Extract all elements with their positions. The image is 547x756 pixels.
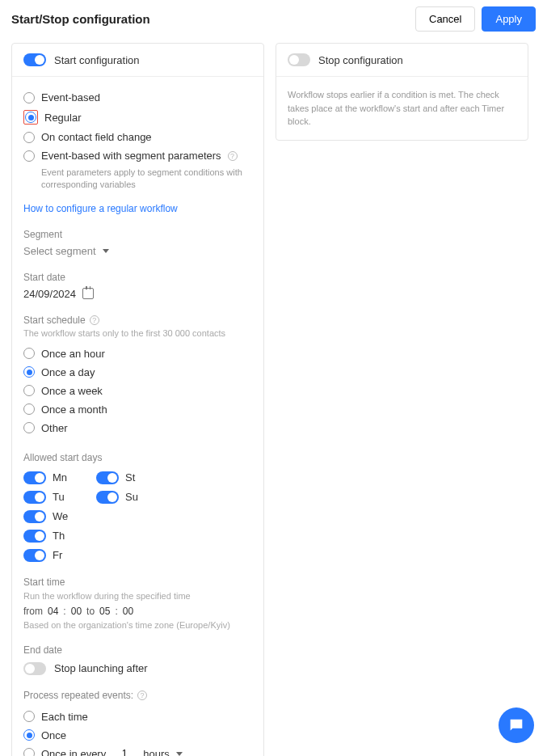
start-time-label: Start time <box>23 577 252 588</box>
radio-once[interactable] <box>23 729 35 741</box>
toggle-mn[interactable] <box>23 471 46 484</box>
repeated-label: Process repeated events: <box>23 690 133 701</box>
start-date-label: Start date <box>23 272 252 283</box>
day-we: We <box>53 510 68 522</box>
day-fr: Fr <box>53 549 62 561</box>
day-st: St <box>125 471 135 484</box>
page-title: Start/Stop configuration <box>11 12 150 26</box>
select-segment-text: Select segment <box>23 245 96 257</box>
toggle-fr[interactable] <box>23 549 46 562</box>
chevron-down-icon[interactable] <box>176 752 183 756</box>
highlight-regular <box>23 110 38 125</box>
day-th: Th <box>53 530 65 542</box>
chat-icon <box>507 716 525 734</box>
select-segment-dropdown[interactable]: Select segment <box>23 245 252 257</box>
day-su: Su <box>125 491 138 503</box>
toggle-th[interactable] <box>23 530 46 543</box>
start-time-hint: Run the workflow during the specified ti… <box>23 591 252 601</box>
radio-once-hour[interactable] <box>23 348 35 359</box>
label-once-month: Once a month <box>41 403 107 416</box>
start-date-value: 24/09/2024 <box>23 288 76 300</box>
day-mn: Mn <box>53 471 67 484</box>
segment-params-desc: Event parameters apply to segment condit… <box>41 167 252 192</box>
stop-config-panel: Stop configuration Workflow stops earlie… <box>276 43 528 141</box>
segment-label: Segment <box>23 229 252 240</box>
tz-note: Based on the organization's time zone (E… <box>23 620 252 630</box>
label-once-day: Once a day <box>41 366 95 378</box>
toggle-su[interactable] <box>96 491 119 504</box>
label-other: Other <box>41 422 68 434</box>
radio-event-based[interactable] <box>23 92 35 103</box>
help-icon[interactable]: ? <box>228 151 238 161</box>
time-from-h[interactable]: 04 <box>48 606 58 617</box>
label-event-based: Event-based <box>41 91 100 103</box>
label-once: Once <box>41 729 66 741</box>
day-tu: Tu <box>53 491 65 503</box>
radio-contact-change[interactable] <box>23 132 35 143</box>
radio-once-day[interactable] <box>23 366 35 378</box>
time-to-h[interactable]: 05 <box>99 606 110 617</box>
schedule-label: Start schedule <box>23 315 86 326</box>
start-config-panel: Start configuration Event-based Regular … <box>11 43 264 756</box>
radio-once-month[interactable] <box>23 403 35 415</box>
start-config-toggle[interactable] <box>23 53 46 66</box>
chat-fab[interactable] <box>499 707 534 743</box>
time-to-label: to <box>86 606 95 617</box>
stop-config-title: Stop configuration <box>318 54 403 66</box>
time-to-m[interactable]: 00 <box>123 606 133 617</box>
toggle-we[interactable] <box>23 510 46 523</box>
help-icon[interactable]: ? <box>90 315 99 325</box>
time-from-m[interactable]: 00 <box>71 606 82 617</box>
chevron-down-icon <box>103 249 109 253</box>
toggle-stop-launching[interactable] <box>23 662 46 675</box>
label-regular: Regular <box>44 112 82 124</box>
label-once-hour: Once an hour <box>41 348 105 360</box>
radio-other[interactable] <box>23 422 35 433</box>
radio-once-every[interactable] <box>23 748 35 756</box>
apply-button[interactable]: Apply <box>482 6 536 32</box>
calendar-icon[interactable] <box>82 288 94 299</box>
radio-regular[interactable] <box>25 112 36 123</box>
toggle-st[interactable] <box>96 471 119 484</box>
time-from-label: from <box>23 606 43 617</box>
label-once-every: Once in every <box>41 748 106 756</box>
stop-config-desc: Workflow stops earlier if a condition is… <box>276 77 528 140</box>
help-link[interactable]: How to configure a regular workflow <box>23 203 178 214</box>
start-config-title: Start configuration <box>54 54 140 66</box>
label-once-week: Once a week <box>41 385 103 397</box>
cancel-button[interactable]: Cancel <box>415 6 475 32</box>
label-contact-change: On contact field change <box>41 131 152 143</box>
schedule-hint: The workflow starts only to the first 30… <box>23 328 252 338</box>
radio-once-week[interactable] <box>23 385 35 396</box>
radio-segment-params[interactable] <box>23 150 35 162</box>
allowed-days-label: Allowed start days <box>23 452 252 463</box>
label-each-time: Each time <box>41 711 88 723</box>
toggle-tu[interactable] <box>23 491 46 504</box>
stop-config-toggle[interactable] <box>288 53 310 66</box>
once-every-value[interactable] <box>112 748 137 756</box>
label-segment-params: Event-based with segment parameters <box>41 150 221 162</box>
stop-launching-label: Stop launching after <box>54 662 148 674</box>
end-date-label: End date <box>23 644 252 656</box>
radio-each-time[interactable] <box>23 711 35 722</box>
once-every-unit: hours <box>143 748 170 756</box>
help-icon[interactable]: ? <box>137 691 147 700</box>
